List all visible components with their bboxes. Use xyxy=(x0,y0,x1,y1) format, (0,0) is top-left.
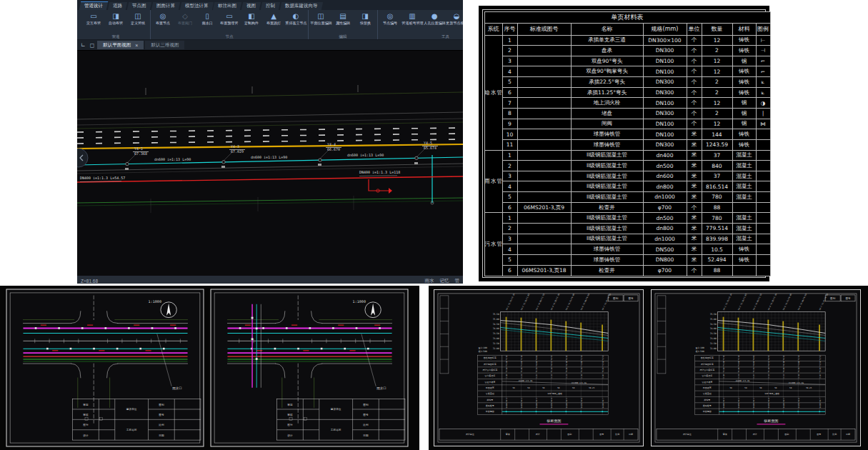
svg-text:0+300: 0+300 xyxy=(602,402,604,408)
node-number-button[interactable]: ◎节点编号 xyxy=(379,11,401,26)
cell: II级钢筋混凝土管 xyxy=(571,150,643,161)
svg-text:道路桩号: 道路桩号 xyxy=(486,404,494,407)
cell: dn500 xyxy=(643,213,687,224)
view-tab-plan[interactable]: 默认平面视图 × xyxy=(97,41,144,49)
svg-text:图号: 图号 xyxy=(628,297,634,300)
cell: 个 xyxy=(687,66,702,77)
cell xyxy=(756,181,770,192)
cell xyxy=(517,35,571,46)
place-node-button[interactable]: ◎布置节点 xyxy=(152,11,174,26)
custom-component-button[interactable]: ◧定制构件 xyxy=(241,11,262,26)
svg-text:74.50: 74.50 xyxy=(493,323,499,326)
plan-sheet-1: 1:1000 雨水口 审定 审核 校对 设计 建设单位 工程名称 图别 图号 比… xyxy=(6,289,204,447)
material-table-panel: 单页材料表 系统 序号 标准或图号 名称 规格(mm) 单位 数量 材料 图例 … xyxy=(479,6,769,281)
svg-text:雨水口: 雨水口 xyxy=(376,386,386,390)
svg-text:75.28: 75.28 xyxy=(506,361,508,366)
cell xyxy=(517,46,571,56)
view-tab-3d[interactable]: 默认三维视图 xyxy=(145,41,184,49)
cell: dn600 xyxy=(643,171,687,181)
ribbon-tab-pipeline-design[interactable]: 管道设计 xyxy=(79,1,109,10)
svg-text:Y4-2: Y4-2 xyxy=(521,397,523,401)
table-row: 5球墨铸铁管DN800米52.494铸铁 xyxy=(484,254,770,265)
update-model-icon: ◒ xyxy=(454,11,460,21)
cell: ⊣ xyxy=(756,46,770,56)
cell: 钢 xyxy=(732,98,756,109)
update-node-model-button[interactable]: ◒更新节点模型 xyxy=(446,11,463,26)
cell: 检查井 xyxy=(571,265,643,276)
define-pipeline-button[interactable]: ◫定义管线 xyxy=(127,11,149,26)
cell: 7 xyxy=(502,98,517,109)
cell: φ700 xyxy=(643,265,687,276)
place-streetlight-button[interactable]: ▲布置路灯 xyxy=(263,11,284,26)
cell: 144 xyxy=(702,129,732,140)
cell: 地上消火栓 xyxy=(571,98,643,109)
table-header-row: 系统 序号 标准或图号 名称 规格(mm) 单位 数量 材料 图例 xyxy=(484,23,770,35)
ribbon-tab-node-diagram[interactable]: 节点图 xyxy=(127,2,151,10)
axis-icon[interactable]: ∟ xyxy=(79,42,87,49)
cell: 铸铁 xyxy=(732,254,756,265)
drawing-canvas[interactable]: Y4-267.368 Y4-367.029 Y4-466.670 Y4-565.… xyxy=(77,51,463,276)
isolated-node-button[interactable]: ◐重排孤立节点 xyxy=(285,11,306,26)
nav-disc-icon[interactable] xyxy=(77,149,88,167)
ribbon-tab-control[interactable]: 控制 xyxy=(261,2,280,10)
group-label: 节点 xyxy=(152,34,306,39)
cell: DN100 xyxy=(643,66,687,77)
ribbon-tab-road[interactable]: 道路 xyxy=(108,2,127,10)
ribbon-tab-annotate[interactable]: 标注出图 xyxy=(213,2,241,10)
svg-text:0+200: 0+200 xyxy=(783,402,785,408)
ribbon-tab-view[interactable]: 视图 xyxy=(241,2,261,10)
cell: 混凝土 xyxy=(732,224,756,234)
cell: 钢 xyxy=(732,119,756,129)
svg-text:71.55: 71.55 xyxy=(536,367,538,373)
interactive-pipe-button[interactable]: ▭交互布管 xyxy=(83,11,104,26)
svg-text:工程名称: 工程名称 xyxy=(331,429,341,431)
cell: ◑ xyxy=(756,98,770,109)
svg-text:雨水口: 雨水口 xyxy=(172,386,182,390)
place-valve-button[interactable]: ◇布置阀门 xyxy=(174,11,196,26)
cell: 06MS201-3,页9 xyxy=(517,202,571,213)
svg-text:3.21: 3.21 xyxy=(521,374,523,378)
cell: 9 xyxy=(502,119,517,129)
cell: 1 xyxy=(502,150,517,161)
svg-text:71.20: 71.20 xyxy=(768,367,770,373)
block-replace-button[interactable]: ◨块替换 xyxy=(354,11,376,26)
cell: 球墨铸铁管 xyxy=(571,254,643,265)
cell: dn1000 xyxy=(643,192,687,203)
rain-inlet-button[interactable]: ▯雨水口 xyxy=(196,11,218,26)
svg-text:74.82: 74.82 xyxy=(536,355,538,361)
viewcube-icon[interactable]: ◻ xyxy=(89,42,96,49)
svg-text:设计地面标高: 设计地面标高 xyxy=(701,363,714,366)
status-toggle-rain[interactable]: 雨水 xyxy=(425,278,434,284)
svg-text:3.33: 3.33 xyxy=(566,374,568,378)
pipe-segment-label: dn600 i=1:13 L=90 xyxy=(347,154,384,158)
ribbon-tab-bar: 管道设计 道路 节点图 图面计算 模型法计算 标注出图 视图 控制 数据库建设向… xyxy=(77,0,463,10)
status-toggle-memory[interactable]: 记忆 xyxy=(440,278,449,284)
ribbon-tab-model-calc[interactable]: 模型法计算 xyxy=(179,2,213,10)
property-edit-icon: ▤ xyxy=(339,11,346,21)
manhole-position-edit-button[interactable]: ●人孔位置编辑 xyxy=(424,11,445,26)
plan-position-edit-button[interactable]: ◫平面位置编辑 xyxy=(310,11,331,26)
status-toggle-pipe[interactable]: 管 xyxy=(455,278,460,284)
svg-text:比例: 比例 xyxy=(615,433,619,436)
place-embedded-pipe-button[interactable]: ▭布置预埋管 xyxy=(219,11,240,26)
cell: 2 xyxy=(702,108,732,119)
cell xyxy=(517,119,571,129)
cell xyxy=(517,108,571,119)
svg-text:73.50: 73.50 xyxy=(602,361,604,366)
cell xyxy=(517,192,571,203)
svg-text:3.36: 3.36 xyxy=(581,374,583,378)
cell: DN300×100 xyxy=(643,35,687,46)
cell: 米 xyxy=(687,150,702,161)
svg-text:71.55: 71.55 xyxy=(753,367,755,373)
property-edit-button[interactable]: ▤属性编辑 xyxy=(332,11,354,26)
cell: 4 xyxy=(502,244,517,255)
close-icon[interactable]: × xyxy=(135,43,138,48)
ribbon-tab-database-wizard[interactable]: 数据库建设向导 xyxy=(280,2,323,10)
ribbon-tab-drawing-calc[interactable]: 图面计算 xyxy=(151,2,179,10)
pipe-station-manage-button[interactable]: ▥管道桩号管理 xyxy=(401,11,423,26)
foundation-label: 120°混凝土基础 xyxy=(764,392,779,395)
auto-pipe-button[interactable]: ◨自动布管 xyxy=(105,11,126,26)
cell: 钢 xyxy=(732,56,756,66)
svg-text:75.28: 75.28 xyxy=(723,361,725,366)
svg-text:3.18: 3.18 xyxy=(506,374,508,378)
